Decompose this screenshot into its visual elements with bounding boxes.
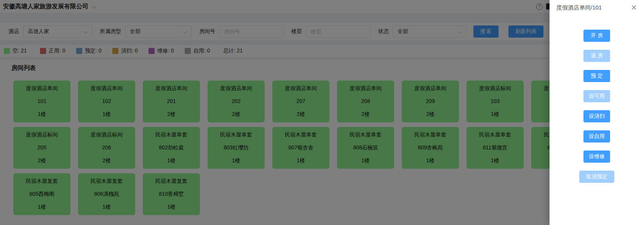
set-self-use-button[interactable]: 设自用 <box>583 130 610 143</box>
drawer-header: 度假酒店单间/101 ✕ <box>550 0 644 11</box>
drawer-actions: 开 房退 房预 定设可用设清扫设自用设维修取消预定 <box>550 30 644 183</box>
checkout-room-button: 退 房 <box>583 50 610 62</box>
reserve-room-button[interactable]: 预 定 <box>583 70 610 82</box>
room-action-drawer: 度假酒店单间/101 ✕ 开 房退 房预 定设可用设清扫设自用设维修取消预定 <box>550 0 644 225</box>
set-available-button: 设可用 <box>583 90 610 102</box>
close-icon[interactable]: ✕ <box>630 4 638 11</box>
cancel-reservation-button: 取消预定 <box>579 171 614 183</box>
drawer-mask[interactable] <box>0 0 644 225</box>
open-room-button[interactable]: 开 房 <box>583 30 610 42</box>
set-cleaning-button[interactable]: 设清扫 <box>583 110 610 122</box>
set-repair-button[interactable]: 设维修 <box>583 151 610 163</box>
hotel-room-management-page: 安徽高塘人家旅游发展有限公司 ? 酒店 高塘人家 所属房型 全部 房间号 楼层 … <box>0 0 644 225</box>
drawer-title: 度假酒店单间/101 <box>556 4 602 11</box>
